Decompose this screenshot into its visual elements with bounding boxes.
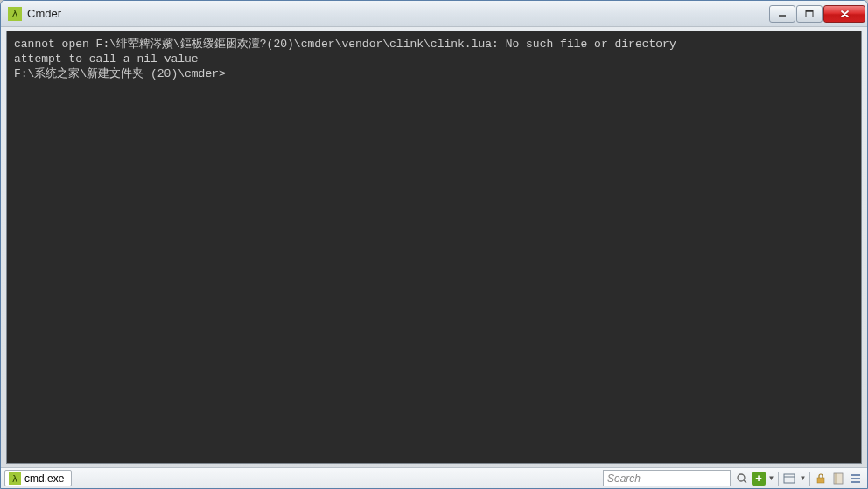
menu-icon[interactable]	[848, 471, 864, 486]
lambda-icon: λ	[12, 8, 18, 19]
terminal-container: cannot open F:\绯荤粺涔嬪\鏂板缓鏂囦欢澶?(20)\cmder\…	[6, 31, 862, 464]
console-tab[interactable]: λ cmd.exe	[4, 470, 72, 486]
statusbar-controls: + ▼ ▼	[734, 471, 864, 486]
window-controls	[769, 5, 865, 23]
separator	[809, 472, 810, 486]
svg-rect-9	[817, 478, 824, 483]
search-input[interactable]	[603, 470, 731, 486]
maximize-button[interactable]	[796, 5, 822, 23]
window-title: Cmder	[27, 7, 769, 20]
tab-label: cmd.exe	[24, 472, 64, 485]
new-tab-dropdown[interactable]: ▼	[767, 471, 775, 486]
close-button[interactable]	[823, 5, 865, 23]
window-list-icon[interactable]	[781, 471, 797, 486]
svg-point-5	[738, 474, 745, 481]
minimize-button[interactable]	[769, 5, 795, 23]
svg-rect-7	[784, 474, 794, 483]
statusbar: λ cmd.exe + ▼ ▼	[1, 467, 867, 488]
svg-text:λ: λ	[12, 474, 18, 484]
tab-icon: λ	[9, 472, 21, 485]
separator	[778, 472, 779, 486]
new-tab-button[interactable]: +	[752, 472, 766, 486]
terminal-line: attempt to call a nil value	[14, 52, 199, 66]
terminal-output[interactable]: cannot open F:\绯荤粺涔嬪\鏂板缓鏂囦欢澶?(20)\cmder\…	[7, 31, 861, 463]
svg-rect-10	[834, 473, 843, 484]
svg-line-6	[744, 480, 746, 483]
titlebar[interactable]: λ Cmder	[1, 1, 867, 27]
notebook-icon[interactable]	[830, 471, 846, 486]
search-icon[interactable]	[734, 471, 750, 486]
app-window: λ Cmder cannot open F:\绯荤粺涔嬪\鏂板缓鏂囦欢澶?(20…	[0, 0, 868, 489]
window-list-dropdown[interactable]: ▼	[799, 471, 807, 486]
terminal-prompt: F:\系统之家\新建文件夹 (20)\cmder>	[14, 67, 226, 80]
lock-icon[interactable]	[813, 471, 829, 486]
terminal-line: cannot open F:\绯荤粺涔嬪\鏂板缓鏂囦欢澶?(20)\cmder\…	[14, 38, 676, 51]
app-icon: λ	[8, 7, 22, 21]
